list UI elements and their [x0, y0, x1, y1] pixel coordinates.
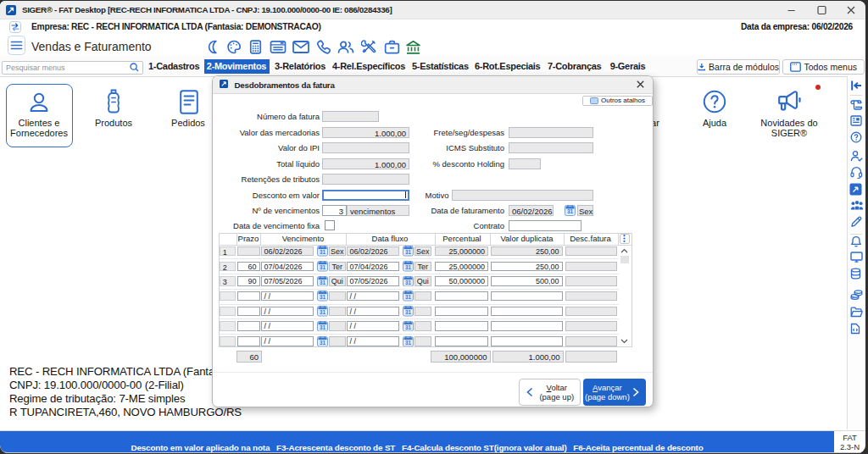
svg-text:31: 31 [567, 208, 574, 214]
svg-text:31: 31 [404, 264, 411, 270]
svg-text:31: 31 [319, 340, 326, 346]
svg-text:31: 31 [319, 249, 326, 255]
svg-text:31: 31 [404, 324, 411, 330]
svg-text:31: 31 [404, 280, 411, 285]
svg-text:31: 31 [319, 294, 326, 300]
svg-text:31: 31 [319, 264, 326, 270]
svg-text:31: 31 [404, 294, 411, 300]
svg-text:31: 31 [319, 280, 326, 285]
svg-text:31: 31 [319, 309, 326, 315]
svg-text:31: 31 [404, 340, 411, 346]
svg-text:31: 31 [319, 324, 326, 330]
svg-text:31: 31 [404, 309, 411, 315]
svg-text:31: 31 [404, 249, 411, 255]
